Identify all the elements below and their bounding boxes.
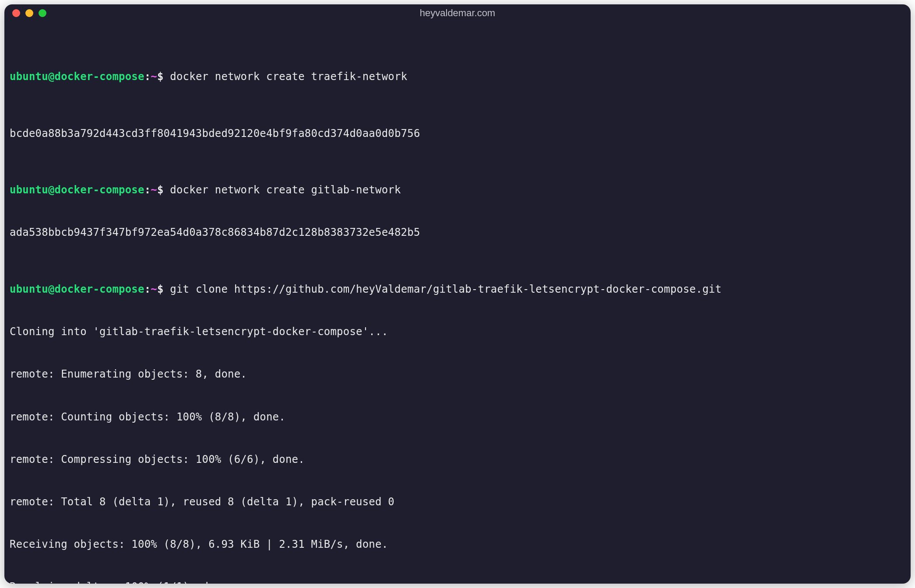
- close-icon[interactable]: [12, 9, 20, 17]
- terminal-output: Cloning into 'gitlab-traefik-letsencrypt…: [10, 325, 905, 339]
- terminal-output: Receiving objects: 100% (8/8), 6.93 KiB …: [10, 537, 905, 551]
- terminal-output: ada538bbcb9437f347bf972ea54d0a378c86834b…: [10, 225, 905, 239]
- terminal-window: heyvaldemar.com ubuntu@docker-compose:~$…: [4, 4, 911, 584]
- prompt-colon: :: [144, 70, 151, 83]
- prompt-at: @: [48, 70, 55, 83]
- maximize-icon[interactable]: [39, 9, 46, 17]
- terminal-line: ubuntu@docker-compose:~$ docker network …: [10, 183, 905, 197]
- traffic-lights: [12, 9, 46, 17]
- prompt-user: ubuntu: [10, 70, 48, 83]
- prompt-host: docker-compose: [55, 70, 144, 83]
- terminal-output: remote: Counting objects: 100% (8/8), do…: [10, 410, 905, 424]
- terminal-line: ubuntu@docker-compose:~$ docker network …: [10, 70, 905, 84]
- terminal-output: remote: Enumerating objects: 8, done.: [10, 367, 905, 381]
- command-text: docker network create gitlab-network: [170, 184, 401, 196]
- terminal-output: remote: Total 8 (delta 1), reused 8 (del…: [10, 495, 905, 509]
- minimize-icon[interactable]: [25, 9, 33, 17]
- prompt-dollar: $: [157, 70, 164, 83]
- command-text: docker network create traefik-network: [170, 70, 407, 83]
- titlebar: heyvaldemar.com: [4, 4, 911, 22]
- command-text: git clone https://github.com/heyValdemar…: [170, 283, 721, 295]
- terminal-output: remote: Compressing objects: 100% (6/6),…: [10, 452, 905, 466]
- prompt-path: ~: [151, 70, 157, 83]
- terminal-body[interactable]: ubuntu@docker-compose:~$ docker network …: [4, 22, 911, 584]
- terminal-line: ubuntu@docker-compose:~$ git clone https…: [10, 282, 905, 296]
- terminal-output: Resolving deltas: 100% (1/1), done.: [10, 580, 905, 584]
- terminal-output: bcde0a88b3a792d443cd3ff8041943bded92120e…: [10, 126, 905, 140]
- window-title: heyvaldemar.com: [4, 7, 911, 19]
